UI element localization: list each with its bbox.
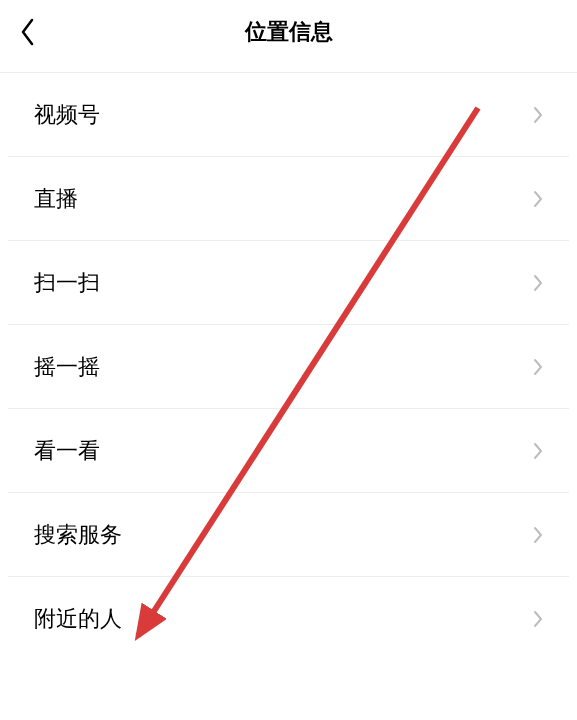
list-item-search-service[interactable]: 搜索服务 — [8, 493, 569, 577]
header: 位置信息 — [0, 0, 577, 64]
chevron-right-icon — [533, 190, 543, 208]
list-item-live[interactable]: 直播 — [8, 157, 569, 241]
list-item-channels[interactable]: 视频号 — [8, 73, 569, 157]
chevron-right-icon — [533, 442, 543, 460]
list-item-label: 直播 — [34, 184, 78, 214]
list-item-top-stories[interactable]: 看一看 — [8, 409, 569, 493]
back-icon — [20, 18, 36, 46]
list-item-label: 视频号 — [34, 100, 100, 130]
list-item-label: 扫一扫 — [34, 268, 100, 298]
list-item-label: 附近的人 — [34, 604, 122, 634]
list-item-label: 搜索服务 — [34, 520, 122, 550]
chevron-right-icon — [533, 106, 543, 124]
list-item-label: 摇一摇 — [34, 352, 100, 382]
chevron-right-icon — [533, 274, 543, 292]
chevron-right-icon — [533, 526, 543, 544]
page-title: 位置信息 — [0, 17, 577, 47]
list-item-people-nearby[interactable]: 附近的人 — [8, 577, 569, 661]
back-button[interactable] — [8, 12, 48, 52]
settings-list: 视频号 直播 扫一扫 摇一摇 看一看 搜索服务 附近的人 — [0, 72, 577, 661]
list-item-scan[interactable]: 扫一扫 — [8, 241, 569, 325]
list-item-shake[interactable]: 摇一摇 — [8, 325, 569, 409]
chevron-right-icon — [533, 358, 543, 376]
chevron-right-icon — [533, 610, 543, 628]
list-item-label: 看一看 — [34, 436, 100, 466]
